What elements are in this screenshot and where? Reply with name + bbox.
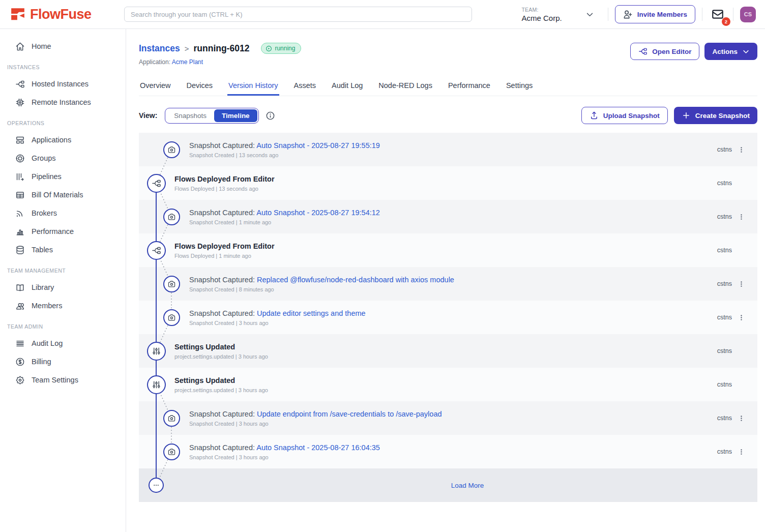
sidebar-item-performance[interactable]: Performance: [0, 222, 126, 241]
application-link[interactable]: Acme Plant: [172, 58, 203, 66]
sidebar-item-remote-instances[interactable]: Remote Instances: [0, 93, 126, 111]
kebab-menu-button[interactable]: [735, 446, 747, 458]
timeline-row: Settings Updatedproject.settings.updated…: [139, 334, 757, 368]
brand-name: FlowFuse: [30, 7, 92, 22]
timeline-row-meta: Snapshot Created | 3 hours ago: [189, 421, 710, 427]
main-content: Instances > running-6012 running Applica…: [126, 29, 765, 532]
row-user: cstns: [710, 280, 732, 287]
nodes-icon: [15, 79, 25, 89]
open-editor-button[interactable]: Open Editor: [630, 43, 699, 60]
sidebar-item-team-settings[interactable]: Team Settings: [0, 371, 126, 389]
create-snapshot-button[interactable]: Create Snapshot: [674, 107, 757, 124]
kebab-menu-button[interactable]: [735, 211, 747, 223]
row-user: cstns: [710, 381, 732, 388]
camera-icon: [167, 448, 176, 456]
node-red-editor-icon: [638, 47, 648, 56]
team-search-input[interactable]: [124, 7, 472, 22]
timeline-row-content: Snapshot Captured: Update endpoint from …: [139, 410, 710, 427]
view-toggle-snapshots[interactable]: Snapshots: [166, 109, 214, 122]
timeline-row-content: Snapshot Captured: Update editor setting…: [139, 309, 710, 326]
home-icon: [15, 42, 25, 51]
sidebar-item-label: Pipelines: [32, 172, 62, 181]
timeline-node-camera-icon: [163, 276, 180, 292]
sidebar-item-label: Tables: [32, 246, 53, 254]
load-more-link[interactable]: Load More: [451, 482, 484, 489]
tab-node-red-logs[interactable]: Node-RED Logs: [377, 76, 433, 96]
page-head-actions: Open Editor Actions: [630, 43, 757, 60]
chevron-down-icon: [585, 10, 594, 19]
team-name: Acme Corp.: [522, 14, 562, 22]
breadcrumb-instances-link[interactable]: Instances: [139, 43, 180, 54]
snapshot-link[interactable]: Update editor settings and theme: [257, 309, 366, 317]
sidebar-item-bill-of-materials[interactable]: Bill Of Materials: [0, 186, 126, 204]
adjustments-icon: [152, 346, 161, 356]
tab-settings[interactable]: Settings: [505, 76, 534, 96]
header-divider: [702, 8, 702, 21]
team-selector-text: TEAM: Acme Corp.: [522, 7, 562, 22]
sidebar-item-hosted-instances[interactable]: Hosted Instances: [0, 75, 126, 93]
notifications-button[interactable]: 2: [709, 6, 726, 23]
notification-count-badge: 2: [722, 17, 730, 26]
view-toggle: Snapshots Timeline: [165, 108, 258, 124]
sidebar-item-library[interactable]: Library: [0, 278, 126, 297]
performance-icon: [15, 227, 25, 237]
tab-performance[interactable]: Performance: [447, 76, 491, 96]
tab-assets[interactable]: Assets: [293, 76, 317, 96]
breadcrumb-separator: >: [185, 44, 189, 53]
tab-audit-log[interactable]: Audit Log: [331, 76, 364, 96]
team-label: TEAM:: [522, 7, 562, 13]
tab-version-history[interactable]: Version History: [227, 76, 279, 96]
groups-icon: [15, 154, 25, 163]
sidebar-item-audit-log[interactable]: Audit Log: [0, 334, 126, 352]
tab-overview[interactable]: Overview: [139, 76, 171, 96]
timeline-row-meta: Snapshot Created | 3 hours ago: [189, 454, 710, 460]
application-line: Application: Acme Plant: [139, 58, 301, 66]
timeline-row-title: Snapshot Captured: Update editor setting…: [189, 309, 710, 317]
timeline-row-title: Settings Updated: [174, 343, 710, 351]
sidebar-item-tables[interactable]: Tables: [0, 241, 126, 259]
settings-icon: [15, 375, 25, 385]
actions-button[interactable]: Actions: [704, 43, 757, 60]
timeline-list: Snapshot Captured: Auto Snapshot - 2025-…: [139, 133, 757, 502]
sidebar-item-billing[interactable]: Billing: [0, 352, 126, 371]
snapshot-link[interactable]: Auto Snapshot - 2025-08-27 19:54:12: [256, 209, 380, 217]
open-editor-label: Open Editor: [652, 48, 691, 55]
flowfuse-logo[interactable]: FlowFuse: [10, 7, 124, 22]
timeline-row-meta: Flows Deployed | 1 minute ago: [174, 253, 710, 259]
user-avatar[interactable]: CS: [740, 7, 756, 22]
snapshot-title-prefix: Snapshot Captured:: [189, 410, 257, 418]
info-icon: [266, 111, 275, 121]
kebab-menu-button[interactable]: [735, 144, 747, 156]
sidebar-item-label: Home: [32, 42, 51, 50]
sidebar-item-groups[interactable]: Groups: [0, 149, 126, 167]
sidebar-item-pipelines[interactable]: Pipelines: [0, 167, 126, 186]
kebab-menu-button[interactable]: [735, 312, 747, 323]
view-toggle-timeline[interactable]: Timeline: [214, 109, 257, 122]
upload-snapshot-button[interactable]: Upload Snapshot: [581, 107, 668, 124]
info-button[interactable]: [266, 111, 275, 121]
timeline-row: Snapshot Captured: Replaced @flowfuse/no…: [139, 267, 757, 301]
timeline-row-content: Snapshot Captured: Replaced @flowfuse/no…: [139, 276, 710, 292]
snapshot-link[interactable]: Auto Snapshot - 2025-08-27 19:55:19: [256, 141, 380, 150]
sidebar-item-home[interactable]: Home: [0, 37, 126, 55]
kebab-menu-button[interactable]: [735, 278, 747, 290]
sidebar-item-members[interactable]: Members: [0, 297, 126, 315]
sidebar-item-brokers[interactable]: Brokers: [0, 204, 126, 222]
sidebar-item-applications[interactable]: Applications: [0, 131, 126, 149]
ellipsis-icon: [152, 481, 161, 490]
timeline-row-title: Snapshot Captured: Replaced @flowfuse/no…: [189, 276, 710, 284]
snapshot-title-prefix: Snapshot Captured:: [189, 309, 257, 317]
sidebar-item-label: Groups: [32, 154, 56, 162]
snapshot-link[interactable]: Replaced @flowfuse/node-red-dashboard wi…: [257, 276, 454, 284]
invite-members-button[interactable]: Invite Members: [615, 5, 695, 23]
snapshot-link[interactable]: Update endpoint from /save-credentials t…: [257, 410, 442, 418]
camera-icon: [167, 313, 176, 322]
kebab-menu-button[interactable]: [735, 412, 747, 424]
tab-devices[interactable]: Devices: [185, 76, 214, 96]
timeline-row-meta: Snapshot Created | 8 minutes ago: [189, 286, 710, 292]
row-menu-slot: [732, 144, 750, 156]
sidebar-item-label: Bill Of Materials: [32, 191, 83, 199]
team-selector[interactable]: TEAM: Acme Corp.: [522, 7, 601, 22]
audit-log-icon: [15, 339, 25, 348]
snapshot-link[interactable]: Auto Snapshot - 2025-08-27 16:04:35: [256, 444, 380, 452]
